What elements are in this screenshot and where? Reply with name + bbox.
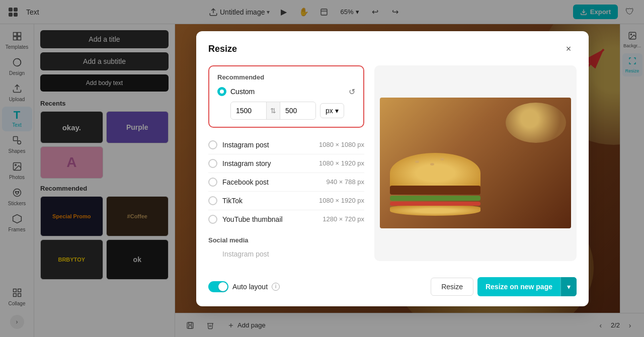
- option-label-youtube: YouTube thumbnail: [222, 215, 317, 223]
- modal-overlay: Resize × Recommended Custom ↺: [0, 0, 644, 337]
- recommended-box-title: Recommended: [217, 73, 355, 81]
- resize-button[interactable]: Resize: [431, 278, 473, 296]
- resize-on-new-page-wrapper: Resize on new page ▾: [477, 277, 577, 296]
- lettuce-layer: [390, 196, 480, 201]
- auto-layout-toggle[interactable]: [208, 281, 228, 292]
- option-label-tiktok: TikTok: [222, 197, 314, 205]
- unit-selector[interactable]: px ▾: [320, 103, 344, 118]
- option-instagram-post[interactable]: Instagram post 1080 × 1080 px: [208, 136, 364, 154]
- custom-option-row: Custom ↺: [217, 87, 355, 97]
- resize-on-new-page-button[interactable]: Resize on new page: [477, 278, 560, 295]
- bun-bottom: [390, 206, 480, 216]
- recommended-box: Recommended Custom ↺ ⇅: [208, 65, 364, 128]
- radio-facebook-post[interactable]: [208, 178, 217, 187]
- resize-modal: Resize × Recommended Custom ↺: [196, 31, 589, 306]
- unit-arrow-icon: ▾: [335, 107, 339, 115]
- radio-instagram-story[interactable]: [208, 159, 217, 168]
- height-input[interactable]: [280, 103, 315, 118]
- social-instagram-post-option: Instagram post: [208, 247, 364, 261]
- width-input[interactable]: [231, 103, 266, 118]
- option-label-instagram-story: Instagram story: [222, 159, 314, 167]
- option-facebook-post[interactable]: Facebook post 940 × 788 px: [208, 173, 364, 192]
- sesame-1: [415, 160, 419, 163]
- toggle-knob: [218, 282, 227, 291]
- auto-layout-info-icon[interactable]: i: [272, 283, 280, 291]
- resize-on-new-page-dropdown[interactable]: ▾: [560, 277, 577, 296]
- modal-body: Recommended Custom ↺ ⇅: [196, 65, 589, 271]
- modal-header: Resize ×: [196, 31, 589, 65]
- sesame-3: [440, 158, 444, 160]
- radio-tiktok[interactable]: [208, 196, 217, 205]
- width-input-wrap: ⇅: [230, 102, 316, 120]
- resize-options-panel: Recommended Custom ↺ ⇅: [208, 65, 364, 261]
- preview-burger: [385, 153, 486, 223]
- option-instagram-story[interactable]: Instagram story 1080 × 1920 px: [208, 154, 364, 173]
- burger-layers: [390, 186, 480, 207]
- refresh-icon[interactable]: ↺: [349, 87, 355, 97]
- option-label-instagram-post: Instagram post: [222, 141, 314, 149]
- preview-side-food: [496, 98, 571, 198]
- resize-preview-panel: [374, 65, 577, 261]
- radio-instagram-post[interactable]: [208, 140, 217, 149]
- resize-arrow-icon: ▾: [567, 283, 571, 291]
- info-icon-text: i: [275, 284, 276, 289]
- preset-options: Instagram post 1080 × 1080 px Instagram …: [208, 136, 364, 228]
- patty-layer: [390, 186, 480, 195]
- dimension-separator: ⇅: [266, 102, 280, 119]
- preview-food-bg: [380, 98, 571, 228]
- option-dims-tiktok: 1080 × 1920 px: [319, 197, 364, 204]
- auto-layout-row: Auto layout i: [208, 281, 280, 292]
- custom-radio[interactable]: [217, 87, 226, 96]
- tomato-layer: [390, 202, 480, 206]
- dimension-inputs: ⇅ px ▾: [230, 102, 355, 120]
- option-dims-instagram-story: 1080 × 1920 px: [319, 159, 364, 167]
- footer-actions: Resize Resize on new page ▾: [431, 277, 577, 296]
- option-dims-youtube: 1280 × 720 px: [323, 215, 364, 223]
- social-media-section: Social media Instagram post: [208, 232, 364, 261]
- auto-layout-label: Auto layout: [232, 283, 268, 291]
- modal-footer: Auto layout i Resize Resize on new page …: [196, 271, 589, 306]
- option-dims-facebook-post: 940 × 788 px: [326, 178, 364, 186]
- modal-close-button[interactable]: ×: [560, 41, 577, 57]
- unit-label: px: [326, 107, 333, 115]
- side-bowl: [506, 103, 566, 143]
- sesame-2: [430, 163, 434, 165]
- preview-canvas: [380, 98, 571, 228]
- option-tiktok[interactable]: TikTok 1080 × 1920 px: [208, 192, 364, 210]
- modal-title: Resize: [208, 44, 237, 54]
- radio-youtube[interactable]: [208, 215, 217, 224]
- option-youtube[interactable]: YouTube thumbnail 1280 × 720 px: [208, 210, 364, 228]
- custom-label: Custom: [230, 88, 345, 96]
- option-label-facebook-post: Facebook post: [222, 178, 321, 186]
- social-media-label: Social media: [208, 232, 364, 247]
- option-dims-instagram-post: 1080 × 1080 px: [319, 141, 364, 148]
